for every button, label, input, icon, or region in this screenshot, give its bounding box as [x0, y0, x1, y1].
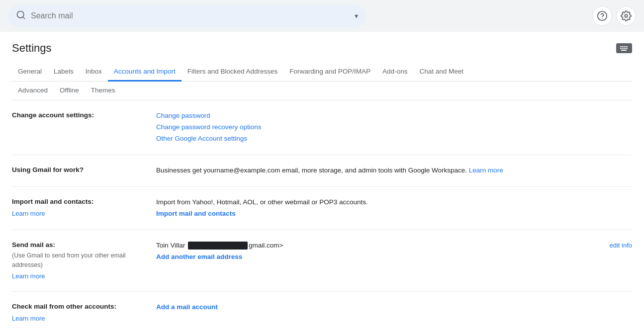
tab-labels[interactable]: Labels — [48, 63, 80, 82]
search-dropdown-icon[interactable]: ▾ — [355, 12, 358, 20]
send-mail-as-sub-label: (Use Gmail to send from your other email… — [12, 251, 144, 270]
add-another-email-link[interactable]: Add another email address — [156, 253, 242, 260]
topbar: ▾ — [0, 0, 644, 32]
tab-themes[interactable]: Themes — [85, 82, 121, 100]
settings-button[interactable] — [616, 6, 636, 26]
settings-row-import-mail: Import mail and contacts: Learn more Imp… — [12, 187, 632, 230]
send-mail-user-row: Toin Villar gmail.com> — [156, 240, 605, 251]
gmail-work-label: Using Gmail for work? — [12, 165, 156, 175]
change-password-link[interactable]: Change password — [156, 112, 210, 119]
change-password-recovery-link[interactable]: Change password recovery options — [156, 123, 262, 131]
send-mail-as-label: Send mail as: (Use Gmail to send from yo… — [12, 240, 156, 281]
settings-tabs-row1: General Labels Inbox Accounts and Import… — [12, 63, 632, 82]
send-mail-redacted-email — [188, 242, 248, 250]
tab-general[interactable]: General — [12, 63, 48, 82]
settings-heading: Settings — [12, 42, 52, 55]
send-mail-email-suffix: gmail.com> — [249, 242, 283, 249]
check-mail-title: Check mail from other accounts: — [12, 303, 116, 310]
svg-rect-11 — [622, 48, 624, 49]
settings-row-check-mail: Check mail from other accounts: Learn mo… — [12, 292, 632, 334]
gmail-work-title: Using Gmail for work? — [12, 166, 84, 173]
gmail-work-learn-more-link[interactable]: Learn more — [469, 167, 503, 174]
import-mail-learn-more-link[interactable]: Learn more — [12, 209, 144, 219]
send-mail-as-title: Send mail as: — [12, 241, 55, 249]
check-mail-learn-more-link[interactable]: Learn more — [12, 314, 144, 324]
keyboard-shortcuts-button[interactable] — [616, 43, 632, 53]
settings-tabs-row2: Advanced Offline Themes — [12, 82, 632, 100]
gmail-work-description: Businesses get yourname@example.com emai… — [156, 167, 469, 174]
tab-add-ons[interactable]: Add-ons — [376, 63, 413, 82]
topbar-icons — [592, 6, 636, 26]
svg-rect-7 — [622, 46, 624, 47]
tab-filters-and-blocked-addresses[interactable]: Filters and Blocked Addresses — [182, 63, 284, 82]
edit-info-link[interactable]: edit info — [609, 240, 632, 251]
svg-rect-12 — [624, 48, 626, 49]
import-mail-title: Import mail and contacts: — [12, 198, 93, 205]
settings-row-change-account: Change account settings: Change password… — [12, 100, 632, 155]
tab-accounts-and-import[interactable]: Accounts and Import — [108, 63, 182, 82]
change-account-content: Change password Change password recovery… — [156, 110, 632, 145]
svg-rect-14 — [621, 50, 627, 51]
settings-title: Settings — [12, 42, 632, 55]
settings-container: Settings General Labels Inbox Accounts a… — [0, 32, 644, 334]
settings-content: Change account settings: Change password… — [12, 100, 632, 334]
settings-row-gmail-work: Using Gmail for work? Businesses get you… — [12, 155, 632, 187]
svg-rect-13 — [626, 48, 628, 49]
change-account-title: Change account settings: — [12, 111, 94, 119]
svg-rect-8 — [624, 46, 626, 47]
check-mail-content: Add a mail account — [156, 302, 632, 313]
svg-rect-6 — [620, 46, 622, 47]
check-mail-label: Check mail from other accounts: Learn mo… — [12, 302, 156, 324]
send-mail-as-row: Toin Villar gmail.com> Add another email… — [156, 240, 632, 263]
tab-inbox[interactable]: Inbox — [80, 63, 108, 82]
tab-offline[interactable]: Offline — [54, 82, 85, 100]
search-input[interactable] — [31, 11, 350, 20]
svg-point-4 — [625, 14, 628, 17]
tab-forwarding-and-pop-imap[interactable]: Forwarding and POP/IMAP — [283, 63, 376, 82]
import-mail-label: Import mail and contacts: Learn more — [12, 197, 156, 219]
send-mail-user-name: Toin Villar — [156, 242, 187, 249]
tab-advanced[interactable]: Advanced — [12, 82, 54, 100]
search-icon — [16, 10, 26, 22]
change-account-label: Change account settings: — [12, 110, 156, 120]
gmail-work-content: Businesses get yourname@example.com emai… — [156, 165, 632, 176]
import-mail-action-link[interactable]: Import mail and contacts — [156, 210, 236, 217]
settings-row-send-mail-as: Send mail as: (Use Gmail to send from yo… — [12, 230, 632, 292]
other-google-account-link[interactable]: Other Google Account settings — [156, 135, 247, 142]
send-mail-as-content: Toin Villar gmail.com> Add another email… — [156, 240, 632, 263]
send-mail-as-learn-more-link[interactable]: Learn more — [12, 271, 144, 281]
import-mail-content: Import from Yahoo!, Hotmail, AOL, or oth… — [156, 197, 632, 220]
import-mail-description: Import from Yahoo!, Hotmail, AOL, or oth… — [156, 198, 368, 206]
svg-rect-9 — [626, 46, 628, 47]
add-mail-account-link[interactable]: Add a mail account — [156, 303, 218, 311]
svg-line-1 — [23, 16, 25, 18]
svg-rect-10 — [620, 48, 622, 49]
send-mail-info: Toin Villar gmail.com> Add another email… — [156, 240, 605, 263]
search-bar: ▾ — [8, 5, 366, 27]
help-button[interactable] — [592, 6, 612, 26]
tab-chat-and-meet[interactable]: Chat and Meet — [413, 63, 469, 82]
